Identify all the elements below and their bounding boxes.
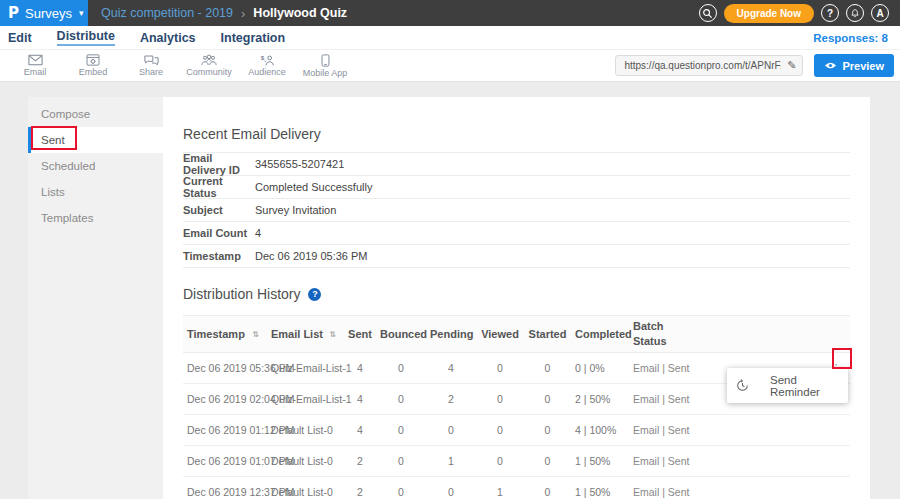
- envelope-icon: [28, 54, 43, 66]
- cell-viewed: 0: [476, 393, 524, 405]
- sidebar-item-sent[interactable]: Sent: [28, 127, 163, 153]
- email-sidebar: Compose Sent Scheduled Lists Templates: [28, 97, 163, 499]
- column-header-started: Started: [524, 328, 571, 340]
- upgrade-now-button[interactable]: Upgrade Now: [724, 4, 814, 23]
- survey-url-group: ✎ Preview: [615, 54, 894, 77]
- recent-delivery-title: Recent Email Delivery: [183, 126, 850, 142]
- avatar[interactable]: A: [871, 4, 889, 22]
- tab-integration[interactable]: Integration: [221, 31, 286, 45]
- help-icon[interactable]: ?: [308, 288, 321, 301]
- field-value: Dec 06 2019 05:36 PM: [255, 250, 368, 262]
- toolbar-item-audience[interactable]: $ Audience: [238, 54, 296, 77]
- send-reminder-menu-item[interactable]: Send Reminder: [770, 374, 848, 398]
- mobile-phone-icon: [321, 54, 330, 67]
- field-value: Completed Successfully: [255, 181, 372, 193]
- cell-bounced: 0: [376, 424, 426, 436]
- cell-sent: 4: [344, 393, 376, 405]
- cell-completed: 2 | 50%: [571, 393, 629, 405]
- toolbar-item-community[interactable]: Community: [180, 54, 238, 77]
- share-chat-icon: [144, 54, 159, 66]
- cell-bounced: 0: [376, 393, 426, 405]
- cell-viewed: 1: [476, 486, 524, 498]
- tab-distribute[interactable]: Distribute: [57, 29, 115, 46]
- cell-pending: 2: [426, 393, 476, 405]
- cell-email-list: Quiz-Email-List-1: [267, 393, 344, 405]
- cell-email-list: Default List-0: [267, 424, 344, 436]
- toolbar-label: Audience: [248, 67, 286, 77]
- cell-started: 0: [524, 486, 571, 498]
- search-icon: [702, 8, 713, 19]
- sidebar-item-templates[interactable]: Templates: [28, 205, 163, 231]
- audience-icon: $: [259, 54, 275, 66]
- field-label: Email Count: [183, 227, 255, 239]
- cell-timestamp: Dec 06 2019 12:37 PM: [183, 486, 267, 498]
- cell-pending: 0: [426, 486, 476, 498]
- sort-icon: ⇅: [252, 330, 259, 339]
- toolbar-label: Embed: [79, 67, 108, 77]
- questionpro-logo-icon: P: [8, 4, 19, 22]
- content-card: Compose Sent Scheduled Lists Templates R…: [28, 97, 870, 499]
- survey-nav-tabs: Edit Distribute Analytics Integration Re…: [0, 26, 900, 50]
- responses-count[interactable]: Responses: 8: [813, 32, 892, 44]
- chevron-down-icon: ▾: [79, 8, 84, 18]
- field-label: Subject: [183, 204, 255, 216]
- column-header-sent: Sent: [344, 328, 376, 340]
- embed-icon: [86, 54, 100, 66]
- cell-viewed: 0: [476, 362, 524, 374]
- column-header-viewed: Viewed: [476, 328, 524, 340]
- toolbar-item-mobile-app[interactable]: Mobile App: [296, 54, 354, 78]
- cell-completed: 0 | 0%: [571, 362, 629, 374]
- help-button[interactable]: ?: [821, 4, 839, 22]
- cell-started: 0: [524, 424, 571, 436]
- cell-started: 0: [524, 393, 571, 405]
- sidebar-item-compose[interactable]: Compose: [28, 101, 163, 127]
- header-actions: Upgrade Now ? A: [699, 4, 900, 23]
- cell-batch-status: Email | Sent: [629, 393, 725, 405]
- edit-url-pencil-icon[interactable]: ✎: [787, 59, 796, 72]
- breadcrumb-folder[interactable]: Quiz competition - 2019: [101, 6, 233, 20]
- distribution-history-table: Timestamp ⇅ Email List ⇅ Sent Bounced Pe…: [183, 315, 850, 499]
- table-row: Dec 06 2019 01:12 PM Default List-0 4 0 …: [183, 415, 850, 446]
- cell-sent: 2: [344, 486, 376, 498]
- sent-panel: Recent Email Delivery Email Delivery ID …: [163, 97, 870, 499]
- search-button[interactable]: [699, 4, 717, 22]
- toolbar-item-share[interactable]: Share: [122, 54, 180, 77]
- column-header-email-list[interactable]: Email List ⇅: [267, 328, 344, 340]
- field-row: Subject Survey Invitation: [183, 198, 850, 221]
- cell-sent: 2: [344, 455, 376, 467]
- toolbar-item-embed[interactable]: Embed: [64, 54, 122, 77]
- sidebar-item-scheduled[interactable]: Scheduled: [28, 153, 163, 179]
- row-context-menu: Send Reminder: [727, 368, 848, 403]
- preview-button[interactable]: Preview: [814, 54, 894, 77]
- toolbar-item-email[interactable]: Email: [6, 54, 64, 77]
- field-value: 4: [255, 227, 261, 239]
- notifications-button[interactable]: [846, 4, 864, 22]
- column-header-bounced: Bounced: [376, 328, 426, 340]
- field-label: Email Delivery ID: [183, 152, 255, 176]
- surveys-menu[interactable]: P Surveys ▾: [0, 0, 88, 26]
- field-value: Survey Invitation: [255, 204, 336, 216]
- surveys-menu-label: Surveys: [25, 6, 72, 21]
- cell-completed: 1 | 50%: [571, 455, 629, 467]
- table-row: Dec 06 2019 01:07 PM Default List-0 2 0 …: [183, 446, 850, 477]
- column-header-timestamp[interactable]: Timestamp ⇅: [183, 328, 267, 340]
- distribution-history-header: Distribution History ?: [183, 286, 850, 302]
- cell-batch-status: Email | Sent: [629, 424, 725, 436]
- cell-viewed: 0: [476, 424, 524, 436]
- tab-edit[interactable]: Edit: [8, 31, 32, 45]
- tab-analytics[interactable]: Analytics: [140, 31, 196, 45]
- survey-url-input[interactable]: [622, 59, 783, 72]
- column-header-batch-status: Batch Status: [629, 319, 681, 349]
- cell-viewed: 0: [476, 455, 524, 467]
- field-row: Email Delivery ID 3455655-5207421: [183, 152, 850, 175]
- eye-icon: [824, 61, 837, 70]
- column-header-pending: Pending: [426, 328, 476, 340]
- top-header: P Surveys ▾ Quiz competition - 2019 › Ho…: [0, 0, 900, 26]
- questionpro-app: P Surveys ▾ Quiz competition - 2019 › Ho…: [0, 0, 900, 499]
- cell-pending: 4: [426, 362, 476, 374]
- cell-completed: 4 | 100%: [571, 424, 629, 436]
- sidebar-item-lists[interactable]: Lists: [28, 179, 163, 205]
- cell-batch-status: Email | Sent: [629, 486, 725, 498]
- send-reminder-clock-icon: [736, 379, 749, 392]
- field-row: Timestamp Dec 06 2019 05:36 PM: [183, 244, 850, 267]
